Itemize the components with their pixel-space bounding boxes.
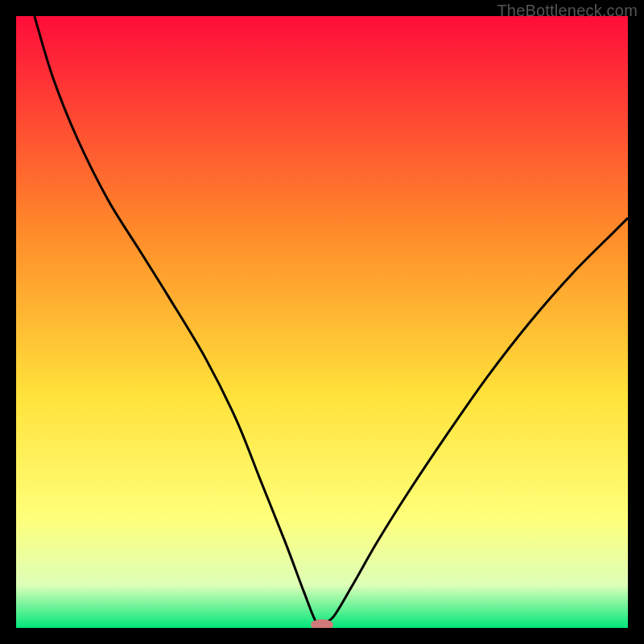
plot-area [16, 16, 628, 628]
chart-svg [16, 16, 628, 628]
watermark-text: TheBottleneck.com [497, 2, 638, 20]
chart-frame: TheBottleneck.com [0, 0, 644, 644]
gradient-background [16, 16, 628, 628]
